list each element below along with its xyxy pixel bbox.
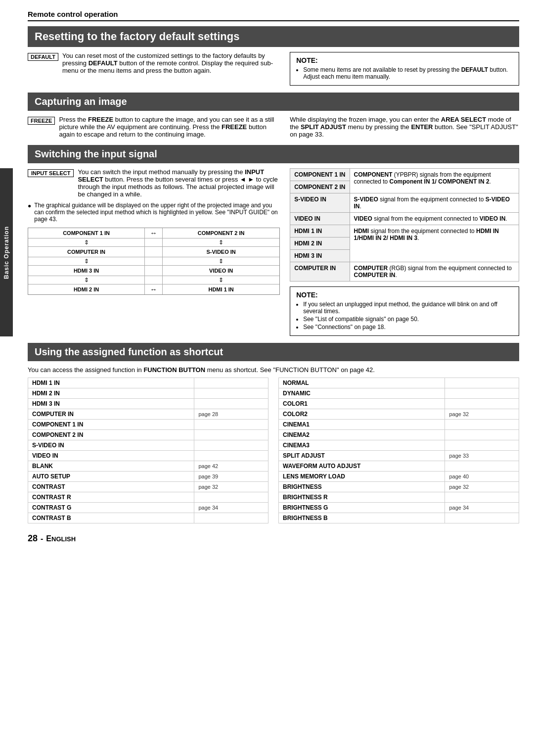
shortcut-normal-page — [445, 378, 519, 388]
shortcut-waveform: WAVEFORM AUTO ADJUST — [279, 461, 445, 472]
shortcut-left-row-contrast: CONTRAST page 32 — [28, 482, 268, 492]
shortcut-cinema2-page — [445, 430, 519, 440]
shortcut-split-adjust: SPLIT ADJUST — [279, 451, 445, 461]
signal-desc-hdmi: HDMI signal from the equipment connected… — [350, 225, 519, 262]
diagram-arrow-1: ↔ — [145, 228, 163, 238]
shortcut-computer-in: COMPUTER IN — [28, 409, 194, 420]
diagram-sub-arrow-1r: ⇕ — [163, 238, 279, 246]
shortcut-contrastr-page — [194, 492, 268, 503]
shortcut-contrast-g: CONTRAST G — [28, 503, 194, 513]
shortcut-contrast-b: CONTRAST B — [28, 513, 194, 523]
signal-table: COMPONENT 1 IN COMPONENT (YPBPR) signals… — [290, 168, 519, 282]
shortcut-hdmi3-page — [194, 399, 268, 409]
switching-note-2: See "List of compatible signals" on page… — [303, 316, 513, 323]
shortcut-video-in: VIDEO IN — [28, 451, 194, 461]
shortcut-brightnessg-page: page 34 — [445, 503, 519, 513]
shortcut-color1: COLOR1 — [279, 399, 445, 409]
shortcut-left-row-comp1: COMPONENT 1 IN — [28, 420, 268, 430]
page-number: 28 — [28, 533, 38, 544]
shortcut-blank: BLANK — [28, 461, 194, 472]
shortcut-left-row-hdmi3: HDMI 3 IN — [28, 399, 268, 409]
resetting-note: NOTE: Some menu items are not available … — [290, 52, 519, 86]
shortcut-blank-page: page 42 — [194, 461, 268, 472]
shortcut-right-row-brightnessg: BRIGHTNESS G page 34 — [279, 503, 519, 513]
shortcut-right-row-dynamic: DYNAMIC — [279, 388, 519, 399]
signal-label-video: VIDEO IN — [290, 213, 350, 225]
resetting-section: Resetting to the factory default setting… — [28, 26, 519, 86]
diagram-sub-arrow-3r: ⇕ — [163, 276, 279, 284]
shortcut-splitadjust-page: page 33 — [445, 451, 519, 461]
switching-note-3: See "Connections" on page 18. — [303, 324, 513, 331]
diagram-comp1-in: COMPONENT 1 IN — [28, 228, 145, 238]
shortcut-brightness: BRIGHTNESS — [279, 482, 445, 492]
signal-row-hdmi1: HDMI 1 IN HDMI signal from the equipment… — [290, 225, 519, 237]
shortcut-waveform-page — [445, 461, 519, 472]
resetting-note-title: NOTE: — [296, 56, 513, 64]
diagram-arrow-4: ↔ — [145, 284, 163, 294]
shortcut-comp2-page — [194, 430, 268, 440]
diagram-hdmi3-in: HDMI 3 IN — [28, 266, 145, 276]
capturing-section: Capturing an image FREEZE Press the FREE… — [28, 93, 519, 138]
shortcut-right-row-brightness: BRIGHTNESS page 32 — [279, 482, 519, 492]
shortcut-right-row-cinema3: CINEMA3 — [279, 440, 519, 451]
switching-note-title: NOTE: — [296, 291, 513, 299]
shortcut-lensmem-page: page 40 — [445, 472, 519, 482]
shortcut-svideo-page — [194, 440, 268, 451]
shortcut-comp1-page — [194, 420, 268, 430]
signal-label-comp2: COMPONENT 2 IN — [290, 181, 350, 193]
shortcut-tables: HDMI 1 IN HDMI 2 IN HDMI 3 IN — [28, 378, 519, 523]
shortcut-contrastg-page: page 34 — [194, 503, 268, 513]
shortcut-brightnessr-page — [445, 492, 519, 503]
shortcut-right-row-lensmem: LENS MEMORY LOAD page 40 — [279, 472, 519, 482]
shortcut-comp1-in: COMPONENT 1 IN — [28, 420, 194, 430]
switching-note-1: If you select an unplugged input method,… — [303, 301, 513, 315]
diagram-svideo-in: S-VIDEO IN — [163, 247, 279, 257]
shortcut-computer-page: page 28 — [194, 409, 268, 420]
shortcut-left-row-video: VIDEO IN — [28, 451, 268, 461]
bullet-icon: ● — [28, 202, 31, 209]
shortcut-left-row-hdmi1: HDMI 1 IN — [28, 378, 268, 388]
shortcut-color2-page: page 32 — [445, 409, 519, 420]
signal-label-hdmi1: HDMI 1 IN — [290, 225, 350, 237]
signal-label-comp1: COMPONENT 1 IN — [290, 169, 350, 181]
signal-desc-video: VIDEO signal from the equipment connecte… — [350, 213, 519, 225]
sidebar-text: Basic Operation — [3, 226, 10, 279]
shortcut-intro: You can access the assigned function in … — [28, 366, 519, 374]
diagram-hdmi1-in: HDMI 1 IN — [163, 284, 279, 294]
shortcut-right-row-color1: COLOR1 — [279, 399, 519, 409]
shortcut-title: Using the assigned function as shortcut — [28, 343, 519, 361]
signal-row-video: VIDEO IN VIDEO signal from the equipment… — [290, 213, 519, 225]
shortcut-right-row-cinema2: CINEMA2 — [279, 430, 519, 440]
shortcut-hdmi2-in: HDMI 2 IN — [28, 388, 194, 399]
shortcut-hdmi1-in: HDMI 1 IN — [28, 378, 194, 388]
shortcut-hdmi1-page — [194, 378, 268, 388]
diagram-sub-arrow-2l: ⇕ — [28, 257, 145, 265]
signal-row-svideo: S-VIDEO IN S-VIDEO signal from the equip… — [290, 193, 519, 213]
signal-label-hdmi2: HDMI 2 IN — [290, 237, 350, 250]
shortcut-cinema1-page — [445, 420, 519, 430]
switching-bullet: ● The graphical guidance will be display… — [28, 202, 280, 223]
signal-row-computer: COMPUTER IN COMPUTER (RGB) signal from t… — [290, 262, 519, 282]
shortcut-contrastb-page — [194, 513, 268, 523]
shortcut-svideo-in: S-VIDEO IN — [28, 440, 194, 451]
shortcut-left-row-computer: COMPUTER IN page 28 — [28, 409, 268, 420]
shortcut-right-row-brightnessr: BRIGHTNESS R — [279, 492, 519, 503]
diagram-video-in: VIDEO IN — [163, 266, 279, 276]
signal-desc-computer: COMPUTER (RGB) signal from the equipment… — [350, 262, 519, 282]
signal-label-svideo: S-VIDEO IN — [290, 193, 350, 213]
switching-note: NOTE: If you select an unplugged input m… — [290, 286, 519, 336]
diagram-hdmi2-in: HDMI 2 IN — [28, 284, 145, 294]
shortcut-right-row-cinema1: CINEMA1 — [279, 420, 519, 430]
shortcut-hdmi2-page — [194, 388, 268, 399]
resetting-note-item-1: Some menu items are not available to res… — [303, 66, 513, 80]
shortcut-left-row-contrastb: CONTRAST B — [28, 513, 268, 523]
shortcut-left-row-contrastr: CONTRAST R — [28, 492, 268, 503]
shortcut-left-row-autosetup: AUTO SETUP page 39 — [28, 472, 268, 482]
capturing-title: Capturing an image — [28, 93, 519, 111]
signal-row-comp1: COMPONENT 1 IN COMPONENT (YPBPR) signals… — [290, 169, 519, 181]
shortcut-autosetup-page: page 39 — [194, 472, 268, 482]
resetting-title: Resetting to the factory default setting… — [28, 26, 519, 47]
shortcut-contrast: CONTRAST — [28, 482, 194, 492]
resetting-left-text: You can reset most of the customized set… — [62, 52, 280, 74]
input-select-badge: INPUT SELECT — [28, 169, 74, 177]
